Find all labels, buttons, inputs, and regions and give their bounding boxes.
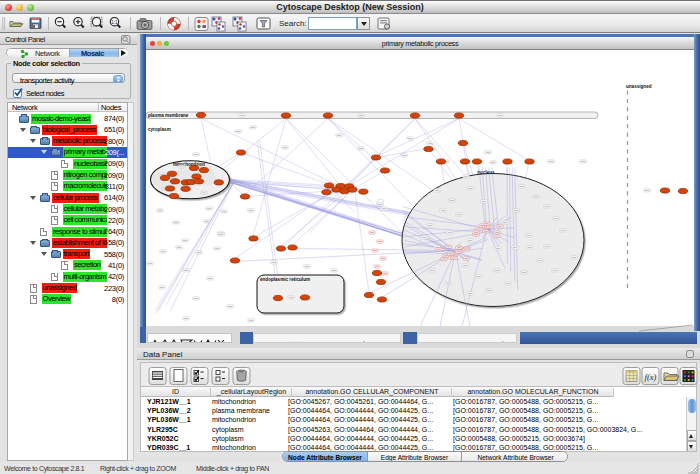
svg-text:unassigned: unassigned	[626, 84, 652, 89]
svg-text:cytoplasm: cytoplasm	[148, 127, 171, 132]
svg-text:f(x): f(x)	[645, 372, 657, 382]
svg-text:mitochondrion: mitochondrion	[173, 162, 205, 167]
svg-text:plasma membrane: plasma membrane	[148, 113, 189, 118]
svg-text:endoplasmic reticulum: endoplasmic reticulum	[260, 277, 310, 282]
svg-text:1:1: 1:1	[111, 20, 118, 25]
